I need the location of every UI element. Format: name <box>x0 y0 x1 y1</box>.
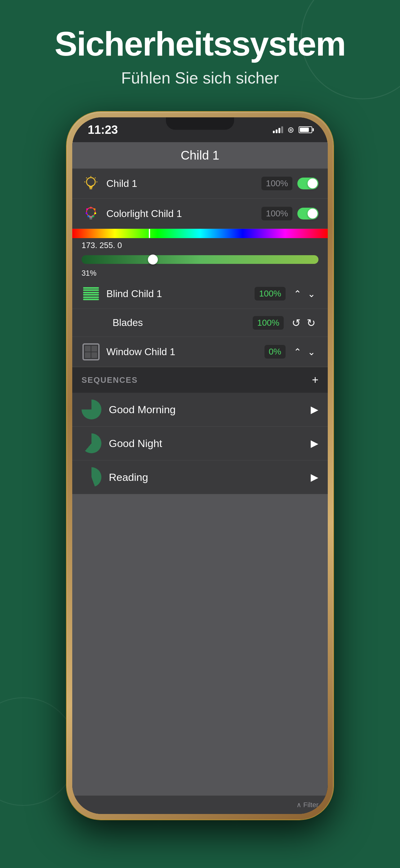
device-name-window: Window Child 1 <box>106 346 265 358</box>
notch <box>166 117 234 130</box>
sequence-play-good-night[interactable]: ▶ <box>311 437 319 449</box>
sequence-icon-reading <box>81 467 101 487</box>
toggle-colorlight[interactable] <box>297 208 319 219</box>
window-icon-wrapper <box>81 342 100 361</box>
bulb-icon <box>84 176 98 191</box>
sequence-row-good-night: Good Night ▶ <box>72 427 328 460</box>
blades-cw-button[interactable]: ↻ <box>304 315 319 330</box>
device-name-child1: Child 1 <box>106 178 261 189</box>
colorlight-icon <box>81 204 100 223</box>
header-section: Sicherheitssystem Fühlen Sie sich sicher <box>0 25 400 87</box>
window-up-button[interactable]: ⌃ <box>291 345 304 359</box>
blind-line-6 <box>83 299 99 300</box>
sequence-icon-good-night <box>81 433 101 453</box>
blind-line-4 <box>83 294 99 296</box>
device-name-blind: Blind Child 1 <box>106 288 255 300</box>
sequences-label: SEQUENCES <box>81 375 138 385</box>
phone-wrapper: 11:23 ⊛ <box>67 112 333 819</box>
app-subtitle: Fühlen Sie sich sicher <box>0 69 400 87</box>
brightness-bar-container <box>72 253 328 268</box>
svg-point-18 <box>86 212 88 214</box>
sequence-row-reading: Reading ▶ <box>72 460 328 494</box>
window-pane-1 <box>85 346 91 351</box>
svg-line-9 <box>86 178 87 178</box>
blind-down-button[interactable]: ⌄ <box>304 287 319 301</box>
window-down-button[interactable]: ⌄ <box>304 345 319 359</box>
blind-slat-icon <box>82 286 100 302</box>
room-title-bar: Child 1 <box>72 142 328 168</box>
blind-icon <box>81 284 100 303</box>
device-name-colorlight: Colorlight Child 1 <box>106 208 261 219</box>
sequence-icon-good-morning <box>81 400 101 420</box>
svg-point-13 <box>90 207 92 209</box>
device-row-blades: Blades 100% ↺ ↻ <box>72 309 328 337</box>
status-time: 11:23 <box>88 123 118 136</box>
device-list: Child 1 100% <box>72 168 328 367</box>
battery-fill <box>300 128 309 132</box>
sequences-list: Good Morning ▶ Good Night ▶ Reading ▶ <box>72 393 328 494</box>
sequence-row-good-morning: Good Morning ▶ <box>72 393 328 427</box>
blind-line-1 <box>83 287 99 289</box>
rgb-values: 173. 255. 0 <box>72 238 328 253</box>
svg-point-4 <box>87 178 95 186</box>
spectrum-slider <box>149 229 150 238</box>
brightness-knob <box>148 254 158 265</box>
sequence-name-good-morning: Good Morning <box>109 404 311 416</box>
device-name-blades: Blades <box>112 317 253 329</box>
sequence-play-good-morning[interactable]: ▶ <box>311 404 319 415</box>
toggle-child1[interactable] <box>297 178 319 189</box>
device-percent-blind: 100% <box>255 287 286 301</box>
device-row-window: Window Child 1 0% ⌃ ⌄ <box>72 337 328 367</box>
svg-point-19 <box>86 208 88 210</box>
device-row-child1-light: Child 1 100% <box>72 168 328 199</box>
screen-content: Child 1 <box>72 142 328 814</box>
spectrum-bar[interactable] <box>72 229 328 238</box>
status-icons: ⊛ <box>273 125 312 135</box>
wifi-icon: ⊛ <box>288 125 294 135</box>
room-title: Child 1 <box>85 148 315 162</box>
brightness-track[interactable] <box>81 255 319 264</box>
filter-bar: ∧ Filter <box>72 795 328 814</box>
toggle-knob <box>308 179 318 188</box>
device-percent-window: 0% <box>265 345 286 359</box>
blind-line-3 <box>83 292 99 293</box>
blind-line-5 <box>83 297 99 298</box>
signal-bar-1 <box>273 131 275 133</box>
device-percent-blades: 100% <box>253 316 284 330</box>
status-bar: 11:23 ⊛ <box>72 117 328 142</box>
signal-icon <box>273 126 283 133</box>
bg-decoration-bottom <box>0 697 77 806</box>
battery-icon <box>299 126 312 133</box>
signal-bar-2 <box>276 129 277 133</box>
window-icon <box>82 343 100 361</box>
window-pane-4 <box>92 352 97 358</box>
brightness-value: 31% <box>72 268 328 279</box>
toggle-knob-2 <box>308 209 318 219</box>
signal-bar-3 <box>278 128 280 133</box>
blind-line-2 <box>83 289 99 291</box>
device-row-colorlight: Colorlight Child 1 100% <box>72 199 328 229</box>
svg-line-8 <box>95 178 96 178</box>
sequence-name-good-night: Good Night <box>109 437 311 450</box>
phone-screen: 11:23 ⊛ <box>72 117 328 814</box>
sequence-name-reading: Reading <box>109 471 311 483</box>
svg-point-14 <box>94 208 96 210</box>
sequences-header: SEQUENCES + <box>72 367 328 393</box>
device-row-blind: Blind Child 1 100% ⌃ ⌄ <box>72 279 328 309</box>
sequence-play-reading[interactable]: ▶ <box>311 471 319 483</box>
blind-up-button[interactable]: ⌃ <box>291 287 304 301</box>
colorlight-bulb-icon <box>84 205 98 222</box>
filter-label[interactable]: ∧ Filter <box>296 801 319 809</box>
window-pane-2 <box>92 346 97 351</box>
app-title: Sicherheitssystem <box>0 25 400 62</box>
add-sequence-button[interactable]: + <box>312 373 319 386</box>
svg-point-15 <box>94 212 96 214</box>
device-percent-colorlight: 100% <box>261 207 292 220</box>
light-icon <box>81 174 100 193</box>
window-pane-3 <box>85 352 91 358</box>
color-spectrum-section: 173. 255. 0 31% <box>72 229 328 279</box>
device-percent-child1: 100% <box>261 177 292 190</box>
phone-frame: 11:23 ⊛ <box>67 112 333 819</box>
signal-bar-4 <box>281 126 283 133</box>
blades-ccw-button[interactable]: ↺ <box>289 315 304 330</box>
